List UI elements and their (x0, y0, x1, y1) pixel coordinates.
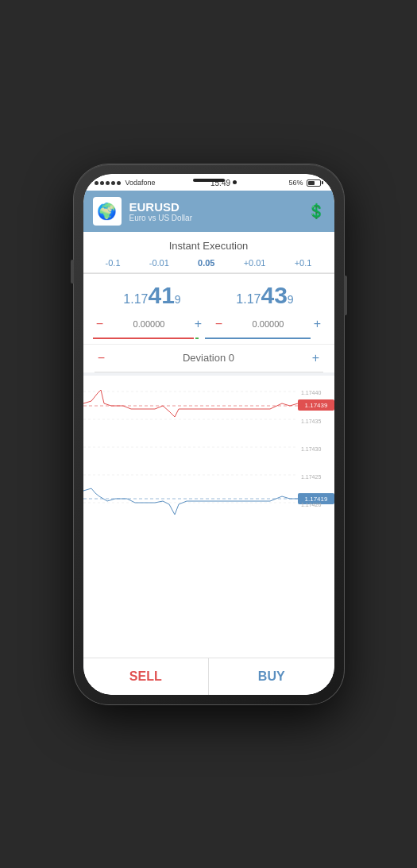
adj-item-1[interactable]: -0.1 (102, 257, 124, 269)
buy-input-group: − 0.00000 + (212, 317, 325, 331)
deviation-row: − Deviation 0 + (83, 344, 334, 372)
buy-button[interactable]: BUY (209, 658, 334, 695)
battery-icon (307, 179, 323, 187)
deviation-underline (95, 372, 323, 372)
deviation-increase-btn[interactable]: + (309, 351, 323, 365)
main-content: Instant Execution -0.1 -0.01 0.05 +0.01 … (83, 232, 334, 695)
currency-logo: 🌍 (93, 197, 122, 226)
speaker (193, 179, 225, 182)
adj-item-3[interactable]: 0.05 (195, 257, 218, 269)
ask-super: 9 (288, 293, 294, 306)
svg-text:1.17430: 1.17430 (301, 446, 321, 452)
svg-text:1.17440: 1.17440 (301, 390, 321, 395)
green-dot-underline (195, 338, 199, 339)
input-row: − 0.00000 + − 0.00000 + (83, 314, 334, 338)
svg-text:1.17439: 1.17439 (304, 402, 327, 409)
adj-item-5[interactable]: +0.1 (292, 257, 315, 269)
bid-prefix: 1.17 (123, 292, 148, 307)
app-header: 🌍 EURUSD Euro vs US Dollar 💲 (83, 191, 334, 232)
deviation-label: Deviation 0 (117, 352, 301, 364)
ask-main: 43 (261, 284, 287, 307)
svg-text:1.17425: 1.17425 (301, 474, 321, 480)
chart-container: 1.17439 1.17419 1.17440 1.17435 1.17430 … (83, 376, 334, 534)
bid-super: 9 (175, 293, 181, 306)
buy-input[interactable]: 0.00000 (231, 319, 306, 329)
deviation-value: 0 (229, 352, 234, 364)
adj-item-2[interactable]: -0.01 (146, 257, 172, 269)
ask-price: 1.17 43 9 (236, 284, 293, 307)
prices-row: 1.17 41 9 1.17 43 9 (83, 274, 334, 314)
sell-input-group: − 0.00000 + (93, 317, 206, 331)
currency-description: Euro vs US Dollar (129, 214, 299, 222)
buy-underline (205, 338, 311, 339)
header-text: EURUSD Euro vs US Dollar (129, 200, 299, 222)
sell-increase-btn[interactable]: + (191, 317, 206, 331)
execution-card: Instant Execution -0.1 -0.01 0.05 +0.01 … (83, 232, 334, 372)
buy-increase-btn[interactable]: + (311, 317, 325, 331)
status-left: Vodafone (95, 179, 156, 187)
status-right: 56% (285, 179, 322, 187)
price-adj-bar: -0.1 -0.01 0.05 +0.01 +0.1 (83, 253, 334, 273)
price-chart: 1.17439 1.17419 1.17440 1.17435 1.17430 … (83, 376, 334, 534)
currency-symbol: EURUSD (129, 200, 299, 214)
execution-title: Instant Execution (83, 232, 334, 253)
phone-frame: Vodafone 15:49 56% (74, 164, 344, 704)
carrier-label: Vodafone (125, 179, 156, 187)
sell-decrease-btn[interactable]: − (93, 317, 107, 331)
chart-area: 1.17439 1.17419 1.17440 1.17435 1.17430 … (83, 376, 334, 658)
camera (233, 180, 237, 184)
sell-button[interactable]: SELL (83, 658, 209, 695)
screen: Vodafone 15:49 56% (83, 174, 334, 695)
currency-icon[interactable]: 💲 (307, 203, 325, 220)
battery-percent: 56% (288, 179, 303, 187)
buy-decrease-btn[interactable]: − (212, 317, 226, 331)
deviation-decrease-btn[interactable]: − (95, 351, 109, 365)
adj-item-4[interactable]: +0.01 (241, 257, 269, 269)
input-underlines (83, 338, 334, 344)
action-bar: SELL BUY (83, 658, 334, 695)
phone-inner: Vodafone 15:49 56% (83, 174, 334, 695)
signal-dots (95, 181, 121, 185)
bid-price: 1.17 41 9 (123, 284, 180, 307)
sell-input[interactable]: 0.00000 (112, 319, 187, 329)
sell-underline (93, 338, 194, 339)
bid-main: 41 (148, 284, 174, 307)
svg-text:1.17420: 1.17420 (301, 502, 321, 507)
svg-text:1.17435: 1.17435 (301, 419, 321, 424)
status-bar: Vodafone 15:49 56% (83, 174, 334, 191)
ask-prefix: 1.17 (236, 292, 261, 307)
